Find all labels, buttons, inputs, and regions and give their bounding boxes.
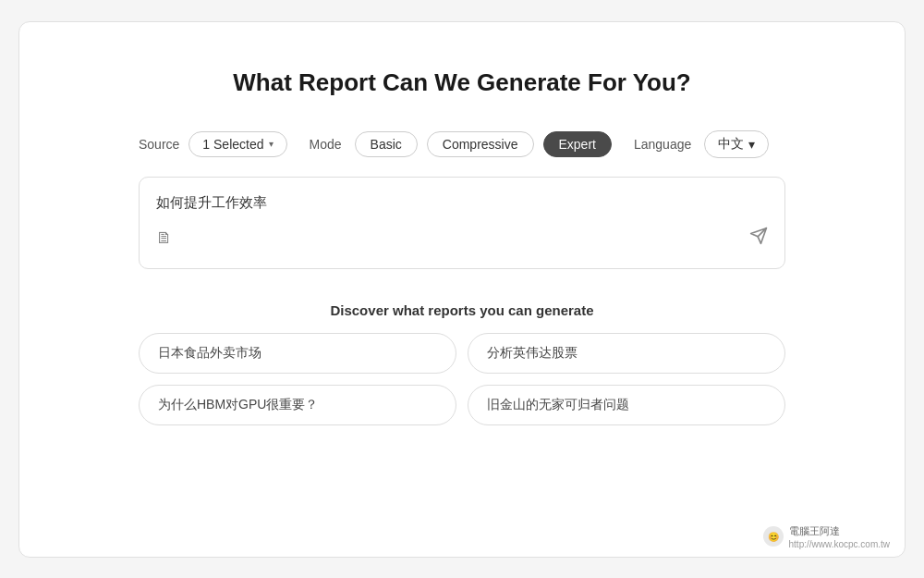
attach-icon[interactable]: 🗎 (156, 228, 173, 248)
discover-section: Discover what reports you can generate 日… (139, 302, 785, 425)
controls-row: Source 1 Selected ▾ Mode Basic Compressi… (139, 130, 785, 158)
discover-title: Discover what reports you can generate (139, 302, 785, 318)
query-input-text: 如何提升工作效率 (156, 194, 768, 212)
mode-compressive-button[interactable]: Compressive (427, 131, 534, 157)
language-value: 中文 (718, 136, 744, 153)
suggestion-card-3[interactable]: 为什么HBM对GPU很重要？ (139, 385, 456, 425)
mode-expert-button[interactable]: Expert (543, 131, 612, 157)
watermark-icon: 😊 (763, 526, 784, 547)
query-input-area[interactable]: 如何提升工作效率 🗎 (139, 177, 785, 269)
source-value: 1 Selected (202, 137, 263, 152)
source-label: Source (139, 137, 179, 152)
language-button[interactable]: 中文 ▾ (704, 130, 769, 158)
suggestion-card-4[interactable]: 旧金山的无家可归者问题 (468, 385, 785, 425)
language-chevron-icon: ▾ (748, 137, 755, 152)
send-icon[interactable] (749, 227, 768, 250)
source-button[interactable]: 1 Selected ▾ (188, 131, 286, 157)
mode-label: Mode (310, 137, 342, 152)
input-icons-row: 🗎 (156, 227, 768, 250)
mode-basic-button[interactable]: Basic (355, 131, 418, 157)
page-title: What Report Can We Generate For You? (233, 68, 691, 97)
suggestion-card-2[interactable]: 分析英伟达股票 (468, 333, 785, 374)
language-label: Language (634, 137, 691, 152)
suggestion-grid: 日本食品外卖市场 分析英伟达股票 为什么HBM对GPU很重要？ 旧金山的无家可归… (139, 333, 785, 425)
watermark-label: 電腦王阿達 http://www.kocpc.com.tw (789, 524, 890, 549)
source-chevron-icon: ▾ (269, 139, 274, 149)
main-container: What Report Can We Generate For You? Sou… (18, 21, 906, 558)
suggestion-card-1[interactable]: 日本食品外卖市场 (139, 333, 456, 374)
watermark: 😊 電腦王阿達 http://www.kocpc.com.tw (763, 524, 890, 549)
